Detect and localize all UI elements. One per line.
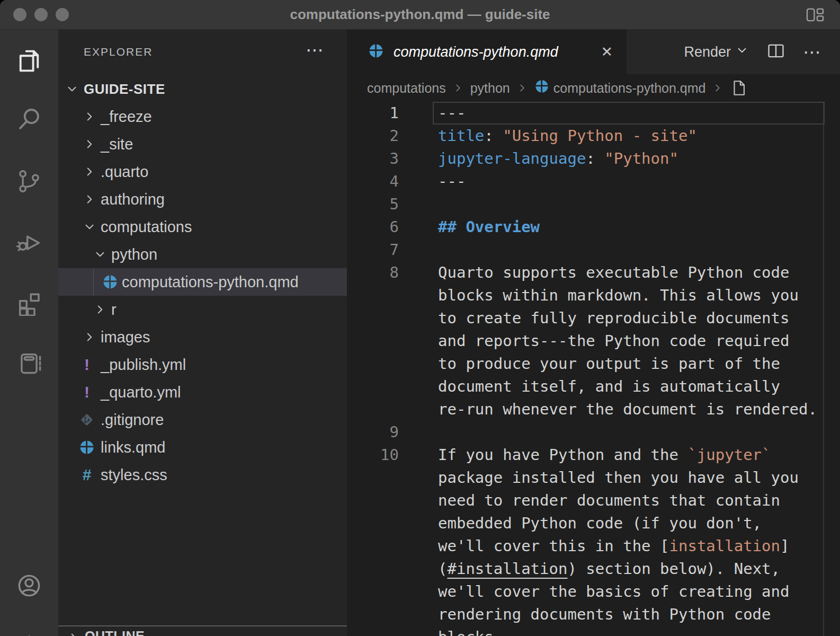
tree-item-r[interactable]: r [58, 296, 347, 323]
code-line-6: 6## Overview [347, 216, 840, 238]
tree-item-label: _freeze [101, 108, 152, 126]
editor-more-actions-button[interactable]: ⋯ [803, 41, 822, 63]
tree-item-label: _publish.yml [101, 356, 186, 374]
run-and-debug-icon[interactable] [15, 228, 43, 255]
account-icon[interactable] [15, 572, 43, 599]
chevron-down-icon [65, 82, 79, 96]
vscode-window: computations-python.qmd — guide-site EXP… [0, 0, 840, 636]
chevron-right-icon [83, 192, 96, 206]
tree-item-label: .gitignore [101, 411, 164, 429]
editor-group: computations-python.qmd ✕ Render ⋯ compu… [347, 30, 840, 636]
code-line-wrap: we'll cover this in the [installation] [347, 535, 840, 558]
code-line-content: Quarto supports executable Python code [438, 261, 789, 284]
current-line-highlight [433, 102, 825, 125]
tree-item--quarto-yml[interactable]: !_quarto.yml [58, 378, 347, 406]
outline-section[interactable]: OUTLINE [58, 625, 347, 636]
chevron-right-icon [83, 110, 96, 123]
code-line-wrap: blocks. [347, 626, 840, 636]
tree-item--site[interactable]: _site [58, 130, 347, 158]
code-line-content: we'll cover the basics of creating and [438, 580, 789, 603]
tree-item-label: python [111, 246, 157, 263]
code-line-content: If you have Python and the `jupyter` [438, 444, 771, 466]
explorer-more-actions-button[interactable]: ⋯ [306, 39, 325, 60]
quarto-file-icon [78, 439, 95, 456]
code-line-10: 10If you have Python and the `jupyter` [347, 444, 840, 466]
code-line-content: ## Overview [438, 216, 540, 238]
chevron-down-icon [93, 248, 107, 261]
tree-item--publish-yml[interactable]: !_publish.yml [58, 351, 347, 378]
tree-item-links-qmd[interactable]: links.qmd [58, 434, 347, 461]
chevron-right-icon [83, 137, 96, 151]
yaml-file-icon: ! [78, 356, 95, 373]
code-line-9: 9 [347, 421, 840, 444]
code-line-wrap: document itself, and is automatically [347, 375, 840, 398]
code-line-wrap: and reports---the Python code required [347, 330, 840, 352]
css-file-icon: # [78, 466, 95, 483]
breadcrumb-item-symbol[interactable] [730, 79, 752, 97]
chevron-right-icon [67, 631, 81, 636]
tree-item-computations-python-qmd[interactable]: computations-python.qmd [58, 268, 347, 296]
tree-section-guide-site[interactable]: GUIDE-SITE [58, 75, 347, 103]
tree-item-authoring[interactable]: authoring [58, 186, 347, 213]
tree-item-images[interactable]: images [58, 323, 347, 351]
breadcrumb-item-computations-python-qmd[interactable]: computations-python.qmd [534, 79, 706, 97]
explorer-title: EXPLORER [84, 46, 153, 58]
source-control-icon[interactable] [15, 167, 43, 195]
line-number: 6 [347, 216, 399, 238]
breadcrumb-label: computations [367, 81, 446, 96]
code-line-content: rendering documents with Python code [438, 603, 771, 626]
close-tab-icon[interactable]: ✕ [601, 43, 613, 60]
code-line-content: need to render documents that contain [438, 489, 780, 512]
tree-item-styles-css[interactable]: #styles.css [58, 461, 347, 489]
line-number: 9 [347, 421, 399, 444]
tree-item-computations[interactable]: computations [58, 213, 347, 241]
tree-item-label: images [101, 329, 150, 346]
layout-controls [764, 5, 825, 27]
extensions-icon[interactable] [15, 288, 43, 316]
tree-item-label: _quarto.yml [101, 384, 181, 401]
code-line-content: title: "Using Python - site" [438, 125, 697, 147]
code-line-content: package installed then you have all you [438, 466, 799, 489]
code-editor[interactable]: 1---2title: "Using Python - site"3jupyte… [347, 102, 840, 636]
code-line-content: and reports---the Python code required [438, 330, 789, 352]
code-line-wrap: (#installation) section below). Next, [347, 558, 840, 580]
tree-item--gitignore[interactable]: .gitignore [58, 406, 347, 434]
notebook-icon[interactable] [15, 349, 43, 377]
tree-item-label: computations [101, 218, 192, 236]
customize-layout-icon[interactable] [805, 5, 825, 27]
code-line-content: (#installation) section below). Next, [438, 558, 780, 580]
code-line-wrap: re-run whenever the document is rendered… [347, 398, 840, 421]
quarto-file-icon [534, 79, 549, 97]
line-number: 7 [347, 238, 399, 261]
tab-computations-python[interactable]: computations-python.qmd ✕ [347, 30, 627, 74]
tab-label: computations-python.qmd [394, 44, 588, 60]
code-line-content: blocks within markdown. This allows you [438, 284, 799, 307]
code-line-7: 7 [347, 238, 840, 261]
code-line-content: re-run whenever the document is rendered… [438, 398, 817, 421]
yaml-file-icon: ! [78, 384, 95, 401]
tree-item--freeze[interactable]: _freeze [58, 103, 347, 130]
split-editor-button[interactable] [766, 41, 786, 63]
quarto-file-icon [102, 273, 119, 290]
code-line-content: document itself, and is automatically [438, 375, 780, 398]
settings-gear-icon[interactable] [15, 632, 43, 636]
chevron-down-icon [83, 220, 96, 234]
code-line-4: 4--- [347, 170, 840, 193]
code-line-content: to create fully reproducible documents [438, 307, 789, 330]
explorer-sidebar: EXPLORER ⋯ GUIDE-SITE_freeze_site.quarto… [58, 30, 347, 636]
chevron-right-icon [83, 330, 96, 344]
breadcrumb-item-python[interactable]: python [470, 81, 510, 96]
code-line-8: 8Quarto supports executable Python code [347, 261, 840, 284]
tree-item-python[interactable]: python [58, 241, 347, 268]
tree-item--quarto[interactable]: .quarto [58, 158, 347, 186]
breadcrumb-item-computations[interactable]: computations [367, 81, 446, 96]
quarto-file-icon [368, 43, 384, 61]
breadcrumb-label: python [470, 81, 510, 96]
code-line-content: we'll cover this in the [installation] [438, 535, 789, 558]
code-line-1: 1--- [347, 102, 840, 125]
explorer-icon[interactable] [15, 47, 43, 75]
tree-item-label: .quarto [101, 163, 148, 181]
search-icon[interactable] [15, 105, 43, 133]
render-button[interactable]: Render [684, 43, 749, 61]
code-line-wrap: we'll cover the basics of creating and [347, 580, 840, 603]
